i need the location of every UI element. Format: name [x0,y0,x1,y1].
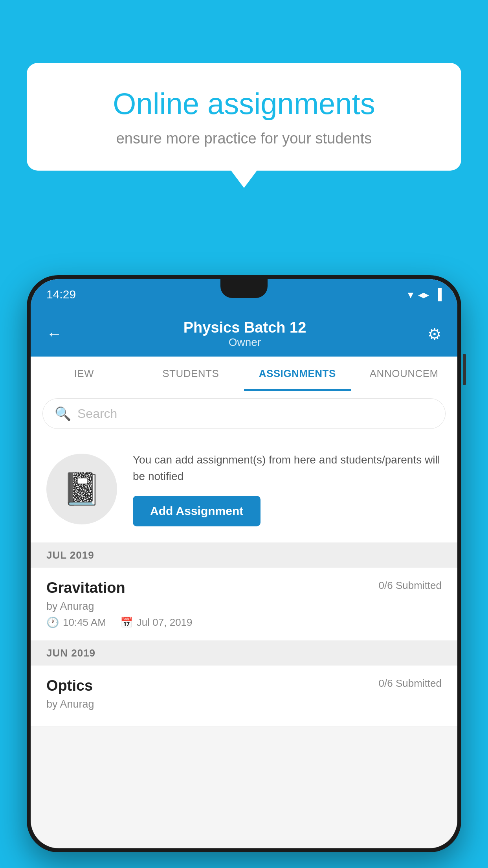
assignment-date-gravitation: 📅 Jul 07, 2019 [120,616,193,629]
notch [220,279,268,298]
power-button [463,354,466,385]
back-button[interactable]: ← [46,325,62,343]
assignment-details-gravitation: 🕐 10:45 AM 📅 Jul 07, 2019 [46,616,442,629]
settings-icon[interactable]: ⚙ [427,325,442,343]
tab-iew[interactable]: IEW [31,357,138,391]
status-icons: ▾ ◂▸ ▐ [408,288,442,301]
assignment-top-optics: Optics 0/6 Submitted [46,677,442,694]
header-title-group: Physics Batch 12 Owner [183,319,306,349]
wifi-icon: ▾ [408,288,413,301]
assignment-by-gravitation: by Anurag [46,600,442,612]
section-label-jun: JUN 2019 [46,647,95,659]
cta-section: 📓 You can add assignment(s) from here an… [31,436,457,542]
batch-subtitle: Owner [183,336,306,349]
assignment-submitted-gravitation: 0/6 Submitted [379,579,442,592]
search-bar-container: 🔍 Search [31,391,457,436]
signal-icon: ◂▸ [418,288,429,301]
assignment-top: Gravitation 0/6 Submitted [46,579,442,596]
section-jun-2019: JUN 2019 [31,641,457,666]
tab-assignments[interactable]: ASSIGNMENTS [244,357,351,391]
add-assignment-button[interactable]: Add Assignment [133,496,261,526]
phone-inner: 14:29 ▾ ◂▸ ▐ ← Physics Batch 12 Owner ⚙ … [31,279,457,848]
assignment-optics[interactable]: Optics 0/6 Submitted by Anurag [31,666,457,726]
cta-description: You can add assignment(s) from here and … [133,452,442,485]
search-placeholder: Search [77,406,117,421]
speech-bubble-title: Online assignments [54,86,434,121]
assignment-gravitation[interactable]: Gravitation 0/6 Submitted by Anurag 🕐 10… [31,568,457,641]
status-time: 14:29 [46,288,76,301]
assignment-name-optics: Optics [46,677,93,694]
section-jul-2019: JUL 2019 [31,543,457,568]
cta-content: You can add assignment(s) from here and … [133,452,442,526]
calendar-icon: 📅 [120,616,133,629]
speech-bubble: Online assignments ensure more practice … [27,63,461,171]
notebook-icon: 📓 [62,471,101,508]
status-bar: 14:29 ▾ ◂▸ ▐ [31,279,457,310]
app-header: ← Physics Batch 12 Owner ⚙ [31,310,457,357]
speech-bubble-subtitle: ensure more practice for your students [54,130,434,147]
tabs-bar: IEW STUDENTS ASSIGNMENTS ANNOUNCEM [31,357,457,391]
speech-bubble-container: Online assignments ensure more practice … [27,63,461,171]
tab-announcements[interactable]: ANNOUNCEM [351,357,458,391]
phone-frame: 14:29 ▾ ◂▸ ▐ ← Physics Batch 12 Owner ⚙ … [27,275,461,852]
tab-students[interactable]: STUDENTS [138,357,244,391]
assignment-name-gravitation: Gravitation [46,579,125,596]
assignment-time-value: 10:45 AM [63,616,106,629]
assignment-date-value: Jul 07, 2019 [137,616,193,629]
assignment-time-gravitation: 🕐 10:45 AM [46,616,106,629]
batch-title: Physics Batch 12 [183,319,306,336]
search-bar[interactable]: 🔍 Search [42,398,446,429]
section-label-jul: JUL 2019 [46,549,94,561]
assignment-by-optics: by Anurag [46,698,442,710]
battery-icon: ▐ [434,288,442,301]
assignment-submitted-optics: 0/6 Submitted [379,677,442,690]
search-icon: 🔍 [55,406,71,421]
cta-icon-circle: 📓 [46,454,117,524]
clock-icon: 🕐 [46,616,59,629]
